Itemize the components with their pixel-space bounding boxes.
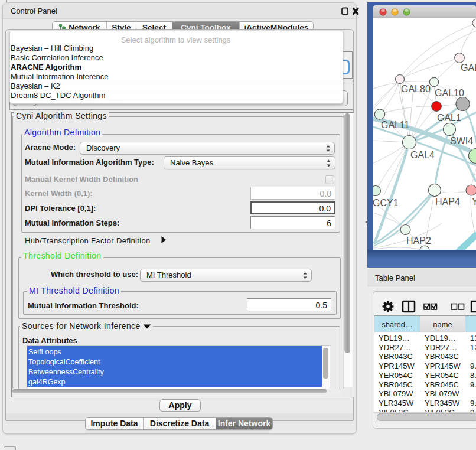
svg-text:GAL1: GAL1: [437, 113, 461, 123]
svg-text:GAL80: GAL80: [401, 84, 431, 94]
svg-text:Y: Y: [472, 197, 476, 207]
svg-text:GAL11: GAL11: [381, 120, 410, 130]
svg-text:GAL4: GAL4: [410, 150, 435, 160]
svg-text:GAL10: GAL10: [435, 88, 464, 98]
svg-text:GAL7: GAL7: [461, 63, 476, 73]
svg-text:HAP4: HAP4: [435, 197, 460, 207]
svg-text:GCY1: GCY1: [373, 198, 399, 208]
svg-text:HAP2: HAP2: [406, 236, 431, 246]
svg-text:SWI4: SWI4: [450, 136, 473, 146]
